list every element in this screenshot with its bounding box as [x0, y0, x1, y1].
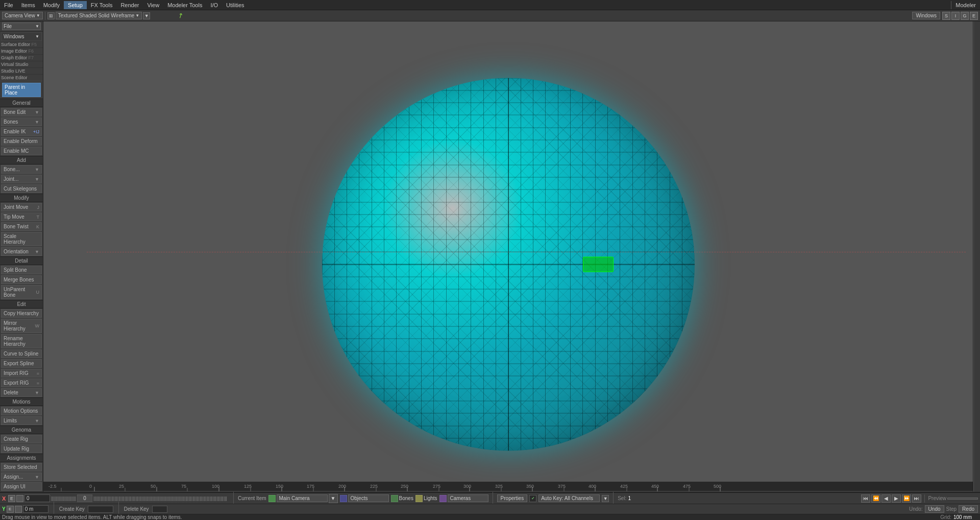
cameras-color[interactable]	[439, 495, 447, 502]
scale-hierarchy-btn[interactable]: Scale Hierarchy	[1, 232, 42, 246]
x-timeline-input[interactable]	[24, 494, 50, 502]
item-selector-row: X E ||||||||||||||||||||| 0 ||||||||||||…	[0, 492, 980, 504]
assign-btn[interactable]: Assign...▼	[1, 472, 42, 481]
viewport-mode-icon[interactable]: ▼	[143, 12, 150, 19]
windows-button[interactable]: Windows	[912, 12, 940, 19]
bone-twist-btn[interactable]: Bone TwistK	[1, 222, 42, 231]
enable-mc-btn[interactable]: Enable MC	[1, 147, 42, 155]
y-extra-channel-btn[interactable]	[15, 506, 22, 513]
lights-color[interactable]	[415, 495, 423, 502]
current-item-color[interactable]	[268, 495, 276, 502]
enable-ik-btn[interactable]: Enable IK+IJ	[1, 127, 42, 136]
menu-view[interactable]: View	[143, 1, 163, 9]
split-bone-btn[interactable]: Split Bone	[1, 266, 42, 274]
enable-deform-btn[interactable]: Enable Deform	[1, 137, 42, 146]
delete-key-input[interactable]	[152, 506, 167, 513]
play-next-btn[interactable]: ⏩	[902, 494, 911, 503]
play-fwd-btn[interactable]: ▶	[892, 494, 901, 503]
motion-options-btn[interactable]: Motion Options	[1, 407, 42, 415]
objects-dropdown[interactable]: Objects	[348, 494, 389, 502]
copy-hierarchy-btn[interactable]: Copy Hierarchy	[1, 309, 42, 318]
viewport-mode-dropdown[interactable]: Textured Shaded Solid Wireframe	[56, 12, 142, 19]
store-selected-btn[interactable]: Store Selected	[1, 463, 42, 471]
auto-key-expand[interactable]: ▼	[602, 495, 609, 502]
delete-btn[interactable]: Delete▼	[1, 388, 42, 397]
bone-edit-btn[interactable]: Bone Edit▼	[1, 108, 42, 116]
image-editor-btn[interactable]: I	[951, 12, 960, 20]
create-key-input[interactable]	[88, 506, 113, 513]
current-item-dropdown[interactable]: Main Camera	[277, 494, 328, 502]
image-editor-label[interactable]: Image Editor F6	[0, 48, 43, 55]
objects-color[interactable]	[340, 495, 347, 502]
orientation-btn[interactable]: Orientation▼	[1, 247, 42, 256]
toolbar-row: Camera View ⊞ Textured Shaded Solid Wire…	[0, 10, 980, 21]
graph-editor-btn[interactable]: G	[961, 12, 969, 20]
file-chevron: ▼	[35, 24, 39, 29]
cameras-dropdown[interactable]: Cameras	[448, 494, 488, 502]
joint-move-btn[interactable]: Joint MoveJ	[1, 203, 42, 211]
x-coord-e-btn[interactable]: E	[8, 495, 15, 502]
ruler-svg: -2.5 0 25 50 75 100 125 150 175 200	[43, 482, 973, 492]
play-last-btn[interactable]: ⏭	[912, 494, 921, 503]
surface-editor-btn[interactable]: S	[942, 12, 950, 20]
export-spline-btn[interactable]: Export Spline	[1, 359, 42, 368]
dashed-center-line	[87, 252, 966, 252]
cut-skelegons-btn[interactable]: Cut Skelegons	[1, 184, 42, 193]
menu-items[interactable]: Items	[17, 1, 39, 9]
redo-btn[interactable]: Redo	[959, 505, 978, 513]
update-rig-btn[interactable]: Update Rig	[1, 444, 42, 453]
x-extra-btn[interactable]	[16, 495, 23, 502]
scene-editor-btn[interactable]: E	[970, 12, 978, 20]
menu-file[interactable]: File	[0, 1, 17, 9]
preview-dropdown[interactable]	[947, 498, 978, 500]
auto-key-check[interactable]: ✓	[529, 495, 536, 502]
y-channel-input[interactable]	[23, 505, 48, 513]
tip-move-btn[interactable]: Tip MoveT	[1, 212, 42, 221]
windows-menu-btn[interactable]: Windows▼	[1, 32, 42, 41]
right-scrollbar[interactable]	[973, 21, 980, 492]
menu-setup[interactable]: Setup	[64, 1, 87, 9]
camera-view-dropdown[interactable]: Camera View	[2, 12, 43, 19]
export-rig-btn[interactable]: Export RIG=	[1, 379, 42, 387]
svg-text:25: 25	[119, 484, 124, 489]
menu-render[interactable]: Render	[116, 1, 143, 9]
menu-utilities[interactable]: Utilities	[222, 1, 248, 9]
unparent-bone-btn[interactable]: UnParent BoneU	[1, 285, 42, 299]
studio-live-label[interactable]: Studio LIVE	[0, 68, 43, 75]
parent-in-place-btn[interactable]: Parent in Place	[2, 83, 41, 97]
sphere-grid	[322, 78, 695, 451]
scene-editor-label[interactable]: Scene Editor	[0, 75, 43, 81]
menu-modify[interactable]: Modify	[39, 1, 64, 9]
undo-btn[interactable]: Undo	[925, 505, 944, 513]
viewport[interactable]: -2.5 0 25 50 75 100 125 150 175 200	[43, 21, 973, 492]
position-controls-group: X E ||||||||||||||||||||| 0 ||||||||||||…	[2, 494, 229, 502]
limits-btn[interactable]: Limits▼	[1, 416, 42, 425]
bones-btn[interactable]: Bones▼	[1, 117, 42, 126]
assign-ui-btn[interactable]: Assign UI	[1, 482, 42, 491]
play-first-btn[interactable]: ⏮	[861, 494, 870, 503]
play-prev-btn[interactable]: ⏪	[871, 494, 880, 503]
assignments-section-header: Assignments	[0, 454, 43, 462]
properties-btn[interactable]: Properties	[497, 494, 528, 502]
merge-bones-btn[interactable]: Merge Bones	[1, 275, 42, 284]
joint-btn[interactable]: Joint...▼	[1, 175, 42, 183]
y-e-channel-btn[interactable]: E	[7, 506, 14, 513]
surface-editor-label[interactable]: Surface Editor F5	[0, 41, 43, 48]
curve-to-spline-btn[interactable]: Curve to Spline	[1, 349, 42, 358]
file-dropdown[interactable]: File ▼	[2, 22, 41, 30]
menu-io[interactable]: I/O	[206, 1, 222, 9]
bone-add-btn[interactable]: Bone...▼	[1, 165, 42, 174]
rename-hierarchy-btn[interactable]: Rename Hierarchy	[1, 334, 42, 348]
play-back-btn[interactable]: ◀	[881, 494, 891, 503]
bones-color[interactable]	[391, 495, 398, 502]
auto-key-dropdown[interactable]: Auto Key: All Channels	[538, 494, 600, 502]
menu-fx-tools[interactable]: FX Tools	[87, 1, 117, 9]
mirror-hierarchy-btn[interactable]: Mirror HierarchyW	[1, 319, 42, 333]
import-rig-btn[interactable]: Import RIG=	[1, 369, 42, 377]
create-rig-btn[interactable]: Create Rig	[1, 435, 42, 443]
current-item-expand[interactable]: ▼	[329, 494, 338, 503]
viewport-icon[interactable]: ⊞	[47, 12, 55, 19]
virtual-studio-label[interactable]: Virtual Studio	[0, 61, 43, 68]
menu-modeler-tools[interactable]: Modeler Tools	[163, 1, 206, 9]
graph-editor-label[interactable]: Graph Editor F7	[0, 55, 43, 61]
